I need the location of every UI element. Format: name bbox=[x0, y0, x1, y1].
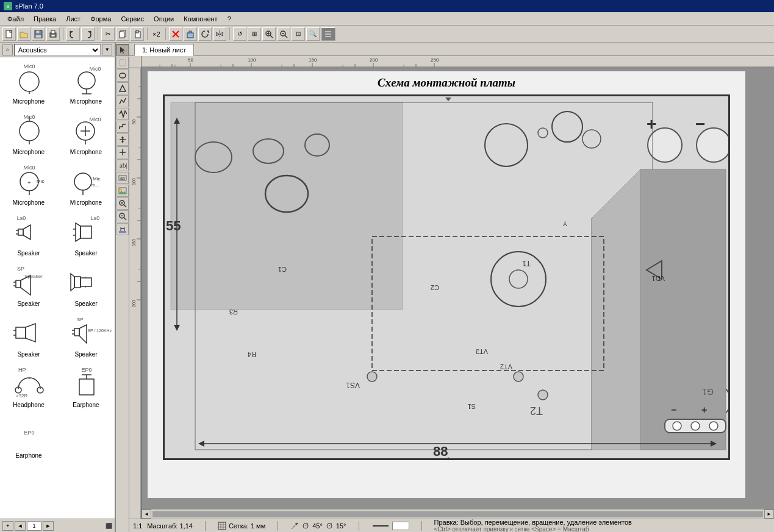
comp-spk3[interactable]: SP Speaker Speaker bbox=[0, 260, 57, 310]
svg-text:150: 150 bbox=[309, 57, 317, 63]
h-scrollbar[interactable]: ◄ ► bbox=[142, 509, 774, 519]
svg-point-97 bbox=[120, 73, 126, 78]
menu-file[interactable]: Файл bbox=[2, 14, 29, 24]
open-button[interactable] bbox=[17, 27, 30, 41]
comp-mic1-label: Microphone bbox=[13, 98, 45, 105]
menu-help[interactable]: ? bbox=[223, 14, 236, 24]
svg-text:Ls0: Ls0 bbox=[16, 215, 26, 221]
comp-ep1-label: Earphone bbox=[73, 402, 99, 408]
redo-button[interactable] bbox=[81, 27, 95, 41]
comp-spk6[interactable]: SP 8P / 120KHz Speaker bbox=[57, 310, 115, 361]
triangle-tool[interactable] bbox=[116, 82, 129, 94]
refresh-button[interactable]: ↺ bbox=[233, 27, 246, 41]
cross-tool[interactable] bbox=[116, 133, 129, 146]
grid-button[interactable]: ⊞ bbox=[248, 27, 261, 41]
comp-spk2[interactable]: Ls0 Speaker bbox=[57, 209, 115, 260]
menu-component[interactable]: Компонент bbox=[179, 14, 222, 24]
zigzag-tool[interactable] bbox=[116, 108, 129, 120]
svg-text:VD1: VD1 bbox=[652, 275, 665, 282]
svg-text:>32R: >32R bbox=[16, 393, 28, 399]
rotate-button[interactable] bbox=[198, 27, 212, 41]
svg-marker-95 bbox=[120, 47, 125, 54]
mirror-button[interactable] bbox=[213, 27, 226, 41]
svg-rect-91 bbox=[79, 379, 94, 395]
menu-service[interactable]: Сервис bbox=[116, 14, 149, 24]
svg-rect-75 bbox=[16, 327, 26, 338]
svg-marker-16 bbox=[217, 32, 219, 36]
comp-mic1[interactable]: Mic0 Microphone bbox=[0, 57, 57, 108]
comp-mic5-label: Microphone bbox=[13, 199, 45, 206]
custom-button[interactable] bbox=[321, 27, 335, 41]
zoom-in-tool[interactable] bbox=[116, 197, 129, 210]
svg-rect-164 bbox=[171, 102, 403, 310]
svg-marker-110 bbox=[119, 191, 126, 194]
image-tool[interactable] bbox=[116, 185, 129, 197]
svg-text:200: 200 bbox=[370, 57, 378, 63]
svg-rect-66 bbox=[16, 280, 21, 288]
add-page-button[interactable]: + bbox=[2, 521, 13, 531]
delete-button[interactable] bbox=[169, 27, 182, 41]
svg-point-192 bbox=[514, 372, 523, 381]
comp-hp1[interactable]: HP >32R Headphone bbox=[0, 361, 57, 411]
library-select[interactable]: Acoustics Analog ICs Capacitors Connecto… bbox=[14, 44, 101, 56]
svg-text:T1: T1 bbox=[522, 259, 531, 268]
save-button[interactable] bbox=[32, 27, 45, 41]
comp-mic4[interactable]: Mic0 Microphone bbox=[57, 108, 115, 158]
svg-line-116 bbox=[124, 218, 126, 220]
plus-tool[interactable] bbox=[116, 146, 129, 158]
new-button[interactable] bbox=[2, 27, 16, 41]
svg-rect-6 bbox=[51, 30, 55, 34]
zoom-out-tool[interactable] bbox=[116, 210, 129, 222]
magnify-button[interactable]: 🔍 bbox=[306, 27, 320, 41]
line-tool[interactable] bbox=[116, 57, 129, 69]
svg-text:R3: R3 bbox=[229, 308, 238, 316]
comp-ep1[interactable]: EP0 Earphone bbox=[57, 361, 115, 411]
svg-text:VT2: VT2 bbox=[500, 363, 512, 371]
comp-mic2[interactable]: Mic0 Microphone bbox=[57, 57, 115, 108]
measure-tool[interactable] bbox=[116, 223, 129, 235]
comp-spk4[interactable]: Speaker bbox=[57, 260, 115, 310]
scroll-left-button[interactable]: ◄ bbox=[142, 509, 151, 519]
prev-page-button[interactable]: ◄ bbox=[15, 521, 26, 531]
comp-mic3[interactable]: Mic0 Microphone bbox=[0, 108, 57, 158]
undo-button[interactable] bbox=[66, 27, 80, 41]
scroll-right-button[interactable]: ► bbox=[764, 509, 774, 519]
svg-rect-216 bbox=[218, 522, 226, 530]
textbox-tool[interactable]: ab bbox=[116, 172, 129, 184]
comp-spk2-label: Speaker bbox=[74, 250, 97, 257]
library-expand-button[interactable]: ▼ bbox=[102, 44, 112, 55]
step-tool[interactable] bbox=[116, 121, 129, 133]
menu-edit[interactable]: Правка bbox=[29, 14, 61, 24]
next-page-button[interactable]: ► bbox=[43, 521, 54, 531]
zoom-in-button[interactable] bbox=[262, 27, 276, 41]
svg-text:8P / 120KHz: 8P / 120KHz bbox=[88, 328, 112, 333]
print-button[interactable] bbox=[46, 27, 60, 41]
library-home-button[interactable]: ⌂ bbox=[2, 44, 13, 55]
app-title: sPlan 7.0 bbox=[15, 2, 43, 10]
ellipse-tool[interactable] bbox=[116, 69, 129, 82]
zoom-out-button[interactable] bbox=[277, 27, 290, 41]
svg-rect-1 bbox=[10, 30, 12, 32]
comp-mic6[interactable]: Mic ro... Microphone bbox=[57, 158, 115, 209]
move-button[interactable] bbox=[184, 27, 197, 41]
text-tool[interactable]: ab| bbox=[116, 159, 129, 171]
menu-sheet[interactable]: Лист bbox=[61, 14, 85, 24]
fit-button[interactable]: ⊡ bbox=[292, 27, 305, 41]
polyline-tool[interactable] bbox=[116, 95, 129, 107]
comp-ep2-label: Earphone bbox=[15, 452, 41, 459]
zoom-multiplier: ×2 bbox=[151, 30, 162, 38]
cut-button[interactable]: ✂ bbox=[101, 27, 115, 41]
select-tool[interactable] bbox=[116, 44, 129, 56]
comp-ep2[interactable]: EP0 Earphone bbox=[0, 411, 57, 462]
svg-text:100: 100 bbox=[132, 178, 136, 185]
main-canvas[interactable]: Схема монтажной платы bbox=[142, 68, 774, 509]
comp-spk5[interactable]: Speaker bbox=[0, 310, 57, 361]
paste-button[interactable] bbox=[131, 27, 144, 41]
comp-mic5[interactable]: Mic0 + Mic Microphone bbox=[0, 158, 57, 209]
menu-shape[interactable]: Форма bbox=[85, 14, 116, 24]
tab-sheet1[interactable]: 1: Новый лист bbox=[134, 44, 194, 56]
comp-spk1[interactable]: Ls0 Speaker bbox=[0, 209, 57, 260]
svg-text:Mic0: Mic0 bbox=[89, 116, 101, 122]
copy-button[interactable] bbox=[116, 27, 129, 41]
menu-options[interactable]: Опции bbox=[149, 14, 179, 24]
